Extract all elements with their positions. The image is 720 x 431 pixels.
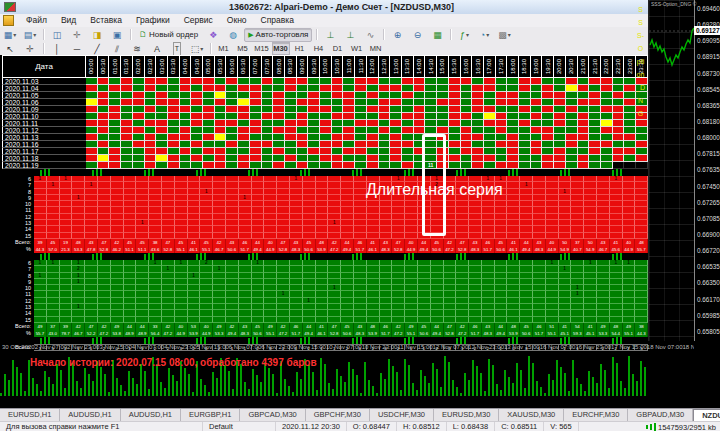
- status-profile[interactable]: Default: [203, 422, 276, 431]
- new-chart-button[interactable]: ▦▾: [1, 28, 19, 42]
- data-window-button[interactable]: ✛: [68, 28, 86, 42]
- zoom-in-button[interactable]: ⊕: [388, 28, 406, 42]
- spark-bar: [616, 253, 618, 260]
- volume-bar: [128, 371, 130, 396]
- time-column-header: 15:00: [437, 55, 449, 78]
- fibonacci-button[interactable]: ≋: [128, 42, 146, 56]
- timeframe-M15[interactable]: M15: [253, 42, 271, 55]
- menu-item-Справка[interactable]: Справка: [254, 14, 301, 27]
- time-column-header: 15:30: [449, 55, 461, 78]
- cursor-button[interactable]: ↖: [1, 42, 19, 56]
- bar-chart-button[interactable]: ⊥: [321, 28, 339, 42]
- spark-bar: [460, 169, 462, 176]
- heat-cell: [601, 155, 613, 162]
- heat-cell: [297, 155, 309, 162]
- volume-bar: [480, 373, 482, 396]
- menu-item-Окно[interactable]: Окно: [220, 14, 254, 27]
- periods-button[interactable]: ◔▾: [475, 28, 493, 42]
- total-value-cell: 48: [72, 239, 85, 246]
- heat-cell: [343, 85, 355, 92]
- date-row: 2020.11.05: [2, 92, 648, 99]
- volume-bar: [232, 389, 234, 396]
- menu-item-Вид[interactable]: Вид: [54, 14, 83, 27]
- timeframe-W1[interactable]: W1: [348, 42, 366, 55]
- timeframe-D1[interactable]: D1: [329, 42, 347, 55]
- heat-cell: [308, 120, 320, 127]
- heat-cell: [226, 85, 238, 92]
- x-axis-label: 16 Nov 07:00: [540, 344, 576, 350]
- heat-cell: [121, 106, 133, 113]
- trendline-button[interactable]: ╱: [88, 42, 106, 56]
- timeframe-H4[interactable]: H4: [310, 42, 328, 55]
- heat-cell: [308, 148, 320, 155]
- heat-cell: [250, 99, 262, 106]
- horizontal-line-button[interactable]: ─: [68, 42, 86, 56]
- volume-bar: [516, 363, 518, 396]
- profiles-button[interactable]: ▤▾: [21, 28, 39, 42]
- heat-cell: [589, 120, 601, 127]
- menu-item-Графики[interactable]: Графики: [129, 14, 177, 27]
- percent-value-cell: 48.9: [136, 330, 149, 337]
- spark-bar: [96, 169, 98, 176]
- zoom-out-button[interactable]: ⊖: [408, 28, 426, 42]
- metaeditor-button[interactable]: ❖: [204, 28, 222, 42]
- percent-value-cell: 51.7: [482, 246, 495, 253]
- time-axis[interactable]: 30 Oct 20202 Nov 07:002 Nov 23:003 Nov 1…: [2, 341, 694, 353]
- text-button[interactable]: A: [148, 42, 166, 56]
- menu-item-Вставка[interactable]: Вставка: [83, 14, 129, 27]
- shapes-button[interactable]: ⬚▾: [188, 42, 206, 56]
- heat-cell: [613, 141, 625, 148]
- spark-bar: [360, 253, 362, 260]
- heat-cell: [507, 155, 519, 162]
- time-label: 13:30: [404, 59, 410, 74]
- heat-cell: [203, 106, 215, 113]
- heat-cell: [156, 148, 168, 155]
- heat-cell: [133, 85, 145, 92]
- navigator-button[interactable]: ◨: [88, 28, 106, 42]
- heat-cell: [355, 162, 367, 169]
- volume-bar: [432, 363, 434, 396]
- heat-cell: [285, 85, 297, 92]
- menu-item-Файл[interactable]: Файл: [19, 14, 54, 27]
- heat-cell: [449, 85, 461, 92]
- heat-cell: [425, 85, 437, 92]
- templates-button[interactable]: ▩▾: [495, 28, 513, 42]
- fibonacci-icon: ≋: [133, 43, 141, 55]
- heat-cell: [484, 99, 496, 106]
- heat-cell: [589, 141, 601, 148]
- candlestick-button[interactable]: ⊥: [341, 28, 359, 42]
- heat-cell: [390, 99, 402, 106]
- volume-bar: [360, 393, 362, 396]
- heat-cell: [461, 127, 473, 134]
- timeframe-MN[interactable]: MN: [367, 42, 385, 55]
- price-chart-strip[interactable]: SSS-Option_DNG © SSS-Option_DNG: [648, 0, 695, 341]
- indicators-button[interactable]: ƒ▾: [455, 28, 473, 42]
- timeframe-M1[interactable]: M1: [215, 42, 233, 55]
- volume-bar: [268, 368, 270, 396]
- market-watch-button[interactable]: ◫: [48, 28, 66, 42]
- total-value-cell: 53: [188, 323, 201, 330]
- menu-item-Сервис[interactable]: Сервис: [177, 14, 220, 27]
- volume-bar: [580, 384, 582, 396]
- chart-menu-icon[interactable]: [3, 15, 14, 26]
- volume-bar: [456, 387, 458, 396]
- heat-cell: [613, 106, 625, 113]
- mql-community-button[interactable]: ◍: [224, 28, 242, 42]
- text-label-button[interactable]: T: [168, 42, 186, 56]
- total-value-cell: 38: [149, 239, 162, 246]
- x-axis-label: 4 Nov 23:00: [164, 344, 196, 350]
- new-order-button[interactable]: 🗋Новый ордер: [135, 28, 202, 42]
- channel-button[interactable]: ⫽: [108, 42, 126, 56]
- timeframe-M5[interactable]: M5: [234, 42, 252, 55]
- tile-windows-button[interactable]: ▦: [428, 28, 446, 42]
- crosshair-button[interactable]: ✛: [21, 42, 39, 56]
- terminal-button[interactable]: ▣: [108, 28, 126, 42]
- heat-cell: [121, 134, 133, 141]
- vertical-line-button[interactable]: │: [48, 42, 66, 56]
- price-tick: 0.69460: [695, 6, 720, 12]
- timeframe-M30[interactable]: M30: [272, 42, 290, 55]
- price-scale[interactable]: 0.694600.692800.690950.689150.687300.685…: [694, 0, 720, 341]
- timeframe-H1[interactable]: H1: [291, 42, 309, 55]
- line-chart-button[interactable]: ∿: [361, 28, 379, 42]
- autotrade-button[interactable]: ▶Авто-торговля: [244, 28, 312, 42]
